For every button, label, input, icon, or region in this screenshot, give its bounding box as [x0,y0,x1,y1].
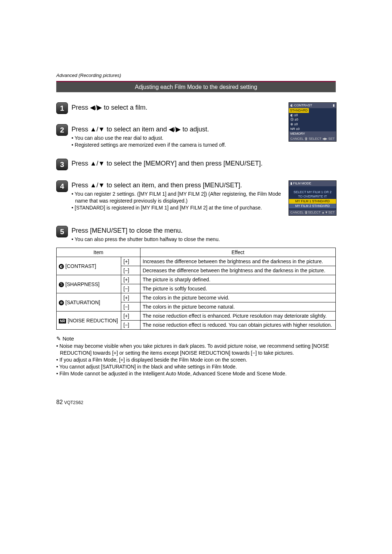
section-banner: Adjusting each Film Mode to the desired … [56,81,336,92]
step-bullet: You can also press the shutter button ha… [72,236,336,243]
table-row: S[SHARPNESS] [+] The picture is sharply … [57,275,336,284]
step-bullet: You can register 2 settings. ([MY FILM 1… [72,191,285,204]
page-number: 82 [56,399,63,405]
step-bullet: Registered settings are memorized even i… [72,142,285,148]
lcd-screenshot-2: ▮ FILM MODE SELECT MY FILM 1 OR 2 TO OVE… [289,180,336,216]
table-header-item: Item [57,248,140,257]
step-bullet: [STANDARD] is registered in [MY FILM 1] … [72,204,285,211]
page-footer: 82 VQT2S62 [56,399,336,406]
note-item: If you adjust a Film Mode, [+] is displa… [56,357,336,363]
contrast-icon: ◐ [59,264,64,269]
step-2: 2 Press ▲/▼ to select an item and ◀/▶ to… [56,124,285,148]
step-bullet: You can also use the rear dial to adjust… [72,135,285,142]
breadcrumb: Advanced (Recording pictures) [56,73,336,78]
note-item: Film Mode cannot be adjusted in the Inte… [56,370,336,377]
table-row: ◐[CONTRAST] [+] Increases the difference… [57,257,336,266]
step-number-icon: 4 [56,180,68,192]
effects-table: Item Effect ◐[CONTRAST] [+] Increases th… [56,248,336,330]
step-title: Press ▲/▼ to select an item, and then pr… [72,182,285,189]
step-3: 3 Press ▲/▼ to select the [MEMORY] and t… [56,159,336,170]
step-number-icon: 1 [56,102,68,114]
step-number-icon: 3 [56,159,68,170]
doc-code: VQT2S62 [64,400,83,405]
noise-reduction-icon: NR [59,319,66,323]
step-1: 1 Press ◀/▶ to select a film. [56,102,285,114]
note-item: You cannot adjust [SATURATION] in the bl… [56,363,336,370]
lcd-screenshot-1: ◐ CONTRAST▮ STANDARD ◐ ±0 Ⓢ ±0 ⊗ ±0 NR ±… [289,102,336,142]
table-header-effect: Effect [140,248,336,257]
notes-list: Noise may become visible when you take p… [56,343,336,377]
sharpness-icon: S [59,282,64,287]
step-title: Press ◀/▶ to select a film. [72,103,285,111]
step-number-icon: 5 [56,226,68,237]
note-item: Noise may become visible when you take p… [56,343,336,357]
step-4: 4 Press ▲/▼ to select an item, and then … [56,180,285,211]
table-row: ⊗[SATURATION] [+] The colors in the pict… [57,293,336,302]
step-5: 5 Press [MENU/SET] to close the menu. Yo… [56,226,336,243]
step-title: Press [MENU/SET] to close the menu. [72,227,336,235]
step-title: Press ▲/▼ to select the [MEMORY] and the… [72,160,336,167]
note-heading: Note [56,335,336,342]
step-title: Press ▲/▼ to select an item and ◀/▶ to a… [72,125,285,133]
saturation-icon: ⊗ [59,300,64,305]
table-row: NR[NOISE REDUCTION] [+] The noise reduct… [57,311,336,321]
step-number-icon: 2 [56,124,68,136]
